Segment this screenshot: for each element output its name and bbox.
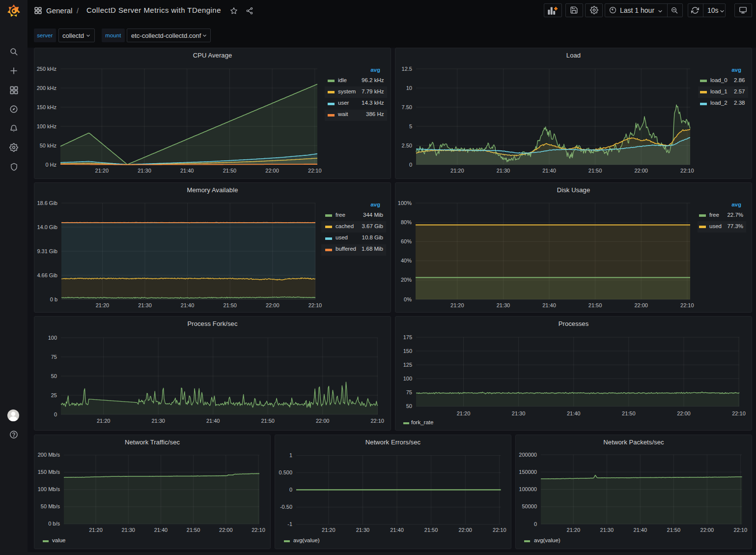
svg-text:14.0 Gib: 14.0 Gib — [37, 224, 57, 230]
svg-text:150000: 150000 — [519, 469, 537, 475]
svg-text:75: 75 — [406, 389, 412, 395]
svg-text:60%: 60% — [401, 238, 412, 244]
svg-text:21:30: 21:30 — [138, 168, 151, 174]
svg-text:0%: 0% — [404, 296, 412, 302]
svg-text:21:40: 21:40 — [390, 527, 404, 533]
svg-text:22:10: 22:10 — [252, 527, 265, 533]
svg-text:21:50: 21:50 — [424, 527, 438, 533]
svg-text:0 Hz: 0 Hz — [45, 162, 56, 168]
svg-text:21:20: 21:20 — [450, 302, 464, 308]
svg-text:21:40: 21:40 — [634, 527, 647, 533]
svg-text:21:20: 21:20 — [322, 527, 336, 533]
svg-text:21:40: 21:40 — [567, 410, 581, 416]
svg-text:22:10: 22:10 — [734, 527, 748, 533]
svg-text:21:50: 21:50 — [667, 527, 681, 533]
svg-text:21:40: 21:40 — [206, 418, 220, 424]
svg-text:4.66 Gib: 4.66 Gib — [37, 272, 57, 278]
svg-text:21:40: 21:40 — [542, 302, 556, 308]
svg-text:22:00: 22:00 — [219, 527, 233, 533]
svg-text:21:30: 21:30 — [138, 302, 152, 308]
svg-text:175: 175 — [403, 334, 412, 340]
svg-text:-1: -1 — [287, 521, 292, 527]
svg-text:25: 25 — [51, 392, 57, 398]
svg-text:21:20: 21:20 — [95, 168, 109, 174]
svg-text:22:10: 22:10 — [680, 302, 694, 308]
svg-text:21:30: 21:30 — [356, 527, 370, 533]
svg-text:-0.50: -0.50 — [280, 504, 292, 510]
svg-text:21:50: 21:50 — [588, 302, 602, 308]
svg-text:50 Mb/s: 50 Mb/s — [41, 503, 60, 509]
svg-text:22:10: 22:10 — [370, 418, 384, 424]
svg-text:21:30: 21:30 — [497, 302, 510, 308]
svg-text:0 b/s: 0 b/s — [48, 521, 60, 526]
svg-text:22:00: 22:00 — [677, 410, 691, 416]
svg-text:21:20: 21:20 — [457, 410, 471, 416]
svg-text:22:00: 22:00 — [316, 418, 330, 424]
svg-text:21:20: 21:20 — [97, 418, 111, 424]
svg-text:50: 50 — [406, 403, 412, 409]
svg-text:22:00: 22:00 — [265, 168, 279, 174]
svg-text:0: 0 — [409, 162, 412, 168]
svg-text:7.50: 7.50 — [402, 104, 412, 110]
svg-text:22:00: 22:00 — [266, 302, 280, 308]
svg-text:21:50: 21:50 — [622, 410, 636, 416]
svg-text:21:40: 21:40 — [154, 527, 168, 533]
svg-text:22:10: 22:10 — [493, 527, 506, 533]
svg-text:22:00: 22:00 — [700, 527, 714, 533]
svg-text:21:50: 21:50 — [223, 302, 237, 308]
svg-text:12.5: 12.5 — [402, 66, 412, 72]
svg-text:100: 100 — [403, 376, 412, 381]
svg-text:22:10: 22:10 — [308, 302, 322, 308]
svg-text:50 kHz: 50 kHz — [40, 143, 56, 148]
svg-text:21:50: 21:50 — [223, 168, 237, 174]
svg-text:21:50: 21:50 — [187, 527, 200, 533]
svg-text:21:40: 21:40 — [180, 168, 194, 174]
svg-text:5: 5 — [409, 123, 412, 129]
svg-text:22:00: 22:00 — [458, 527, 472, 533]
svg-text:22:00: 22:00 — [634, 302, 648, 308]
svg-text:200 kHz: 200 kHz — [37, 85, 56, 91]
svg-text:80%: 80% — [401, 219, 412, 225]
svg-text:20%: 20% — [401, 277, 412, 283]
svg-text:21:20: 21:20 — [89, 527, 103, 533]
svg-text:22:10: 22:10 — [308, 168, 322, 174]
svg-text:100 kHz: 100 kHz — [37, 123, 56, 129]
svg-text:100%: 100% — [398, 200, 412, 206]
svg-text:150 kHz: 150 kHz — [37, 104, 56, 110]
svg-text:250 kHz: 250 kHz — [37, 66, 56, 72]
svg-text:9.31 Gib: 9.31 Gib — [37, 248, 57, 254]
svg-text:100000: 100000 — [519, 486, 537, 492]
svg-text:0: 0 — [54, 411, 57, 417]
svg-text:0 b: 0 b — [50, 296, 57, 302]
svg-text:22:10: 22:10 — [732, 410, 746, 416]
svg-text:22:10: 22:10 — [680, 168, 694, 174]
svg-text:50: 50 — [51, 373, 57, 379]
svg-text:21:30: 21:30 — [121, 527, 135, 533]
svg-text:22:00: 22:00 — [634, 168, 648, 174]
svg-text:21:20: 21:20 — [96, 302, 110, 308]
svg-text:21:50: 21:50 — [588, 168, 602, 174]
svg-text:125: 125 — [403, 362, 412, 368]
svg-text:100 Mb/s: 100 Mb/s — [38, 486, 60, 492]
svg-text:21:30: 21:30 — [151, 418, 165, 424]
svg-text:200 Mb/s: 200 Mb/s — [38, 452, 60, 458]
svg-text:200000: 200000 — [519, 452, 537, 458]
svg-text:21:20: 21:20 — [567, 527, 581, 533]
svg-text:40%: 40% — [401, 258, 412, 263]
svg-text:2.50: 2.50 — [402, 143, 412, 148]
svg-text:21:30: 21:30 — [512, 410, 526, 416]
svg-text:0: 0 — [289, 487, 292, 493]
svg-text:50000: 50000 — [522, 503, 537, 509]
svg-text:21:30: 21:30 — [497, 168, 510, 174]
svg-text:21:50: 21:50 — [261, 418, 275, 424]
svg-text:150: 150 — [403, 348, 412, 354]
svg-text:0.500: 0.500 — [279, 469, 292, 475]
svg-text:1: 1 — [289, 452, 292, 458]
svg-text:21:40: 21:40 — [542, 168, 556, 174]
svg-text:75: 75 — [51, 354, 57, 360]
svg-text:10: 10 — [406, 85, 412, 91]
svg-text:100: 100 — [48, 335, 57, 341]
svg-text:21:30: 21:30 — [600, 527, 614, 533]
svg-text:0: 0 — [534, 521, 537, 527]
svg-text:18.6 Gib: 18.6 Gib — [37, 200, 57, 206]
